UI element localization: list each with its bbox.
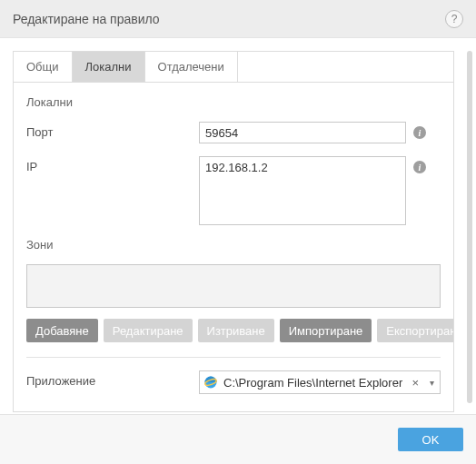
port-label: Порт — [26, 122, 199, 139]
application-label: Приложение — [26, 370, 199, 388]
internet-explorer-icon — [203, 375, 218, 390]
content-panel: Общи Локални Отдалечени Локални Порт i I… — [13, 51, 454, 412]
clear-icon[interactable]: × — [408, 376, 422, 390]
row-port: Порт i — [26, 122, 441, 143]
tab-general[interactable]: Общи — [14, 52, 73, 82]
body-area: Общи Локални Отдалечени Локални Порт i I… — [0, 38, 476, 414]
ip-input[interactable] — [199, 156, 406, 225]
info-icon[interactable]: i — [413, 126, 426, 139]
tab-local[interactable]: Локални — [73, 52, 145, 82]
section-title: Локални — [26, 95, 441, 109]
zones-label: Зони — [26, 238, 441, 252]
divider — [26, 357, 441, 358]
add-button[interactable]: Добавяне — [26, 319, 98, 342]
tabs: Общи Локални Отдалечени — [14, 52, 453, 83]
application-path: C:\Program Files\Internet Explorer\ — [223, 376, 402, 390]
edit-button: Редактиране — [104, 319, 193, 342]
info-icon[interactable]: i — [413, 161, 426, 173]
tab-remote[interactable]: Отдалечени — [145, 52, 238, 82]
row-ip: IP i — [26, 156, 441, 225]
import-button[interactable]: Импортиране — [280, 319, 372, 342]
zones-button-row: Добавяне Редактиране Изтриване Импортира… — [26, 319, 441, 342]
delete-button: Изтриване — [198, 319, 274, 342]
ok-button[interactable]: OK — [398, 428, 463, 451]
tab-body-local: Локални Порт i IP i Зони Добавяне Реда — [14, 83, 453, 394]
ip-label: IP — [26, 156, 199, 173]
port-input[interactable] — [199, 122, 406, 143]
zones-listbox[interactable] — [26, 264, 441, 308]
row-application: Приложение C:\Program Files\Internet Exp… — [26, 370, 441, 394]
application-field[interactable]: C:\Program Files\Internet Explorer\ × ▾ — [199, 370, 441, 394]
help-icon[interactable]: ? — [445, 10, 463, 28]
scrollbar[interactable] — [467, 51, 472, 403]
export-button: Експортиране — [377, 319, 454, 342]
window-title: Редактиране на правило — [13, 12, 160, 26]
footer: OK — [0, 414, 476, 464]
window-header: Редактиране на правило ? — [0, 0, 476, 38]
chevron-down-icon[interactable]: ▾ — [428, 378, 436, 388]
